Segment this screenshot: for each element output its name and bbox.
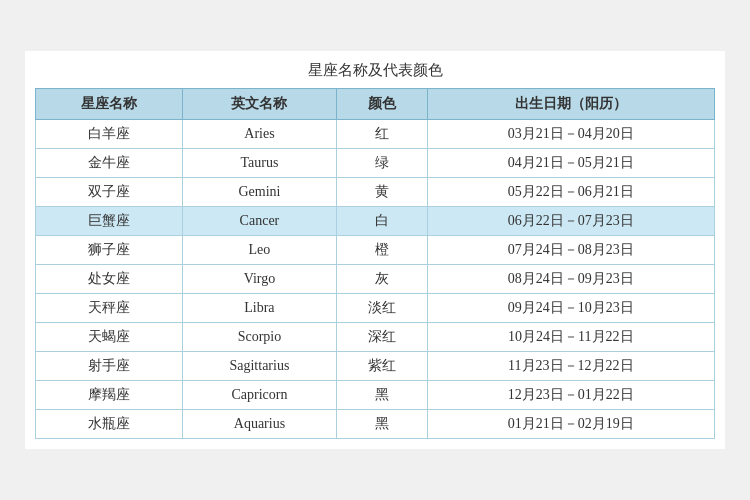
table-row: 射手座Sagittarius紫红11月23日－12月22日 — [36, 352, 715, 381]
cell-english: Aries — [182, 120, 337, 149]
cell-english: Aquarius — [182, 410, 337, 439]
cell-chinese: 摩羯座 — [36, 381, 183, 410]
main-container: 星座名称及代表颜色 星座名称 英文名称 颜色 出生日期（阳历） 白羊座Aries… — [25, 51, 725, 449]
table-row: 金牛座Taurus绿04月21日－05月21日 — [36, 149, 715, 178]
cell-chinese: 射手座 — [36, 352, 183, 381]
cell-dates: 12月23日－01月22日 — [427, 381, 714, 410]
cell-color: 红 — [337, 120, 427, 149]
table-row: 狮子座Leo橙07月24日－08月23日 — [36, 236, 715, 265]
cell-english: Sagittarius — [182, 352, 337, 381]
cell-english: Cancer — [182, 207, 337, 236]
col-header-color: 颜色 — [337, 89, 427, 120]
table-row: 白羊座Aries红03月21日－04月20日 — [36, 120, 715, 149]
table-row: 处女座Virgo灰08月24日－09月23日 — [36, 265, 715, 294]
cell-dates: 06月22日－07月23日 — [427, 207, 714, 236]
cell-chinese: 双子座 — [36, 178, 183, 207]
cell-color: 黑 — [337, 381, 427, 410]
cell-english: Taurus — [182, 149, 337, 178]
table-header-row: 星座名称 英文名称 颜色 出生日期（阳历） — [36, 89, 715, 120]
cell-dates: 07月24日－08月23日 — [427, 236, 714, 265]
cell-color: 白 — [337, 207, 427, 236]
col-header-english: 英文名称 — [182, 89, 337, 120]
cell-color: 绿 — [337, 149, 427, 178]
cell-english: Capricorn — [182, 381, 337, 410]
cell-color: 黄 — [337, 178, 427, 207]
cell-chinese: 处女座 — [36, 265, 183, 294]
cell-dates: 10月24日－11月22日 — [427, 323, 714, 352]
cell-color: 淡红 — [337, 294, 427, 323]
cell-color: 灰 — [337, 265, 427, 294]
table-row: 天秤座Libra淡红09月24日－10月23日 — [36, 294, 715, 323]
table-row: 巨蟹座Cancer白06月22日－07月23日 — [36, 207, 715, 236]
cell-chinese: 白羊座 — [36, 120, 183, 149]
cell-english: Gemini — [182, 178, 337, 207]
page-title: 星座名称及代表颜色 — [35, 61, 715, 80]
table-row: 水瓶座Aquarius黑01月21日－02月19日 — [36, 410, 715, 439]
cell-chinese: 巨蟹座 — [36, 207, 183, 236]
cell-english: Leo — [182, 236, 337, 265]
cell-chinese: 天蝎座 — [36, 323, 183, 352]
cell-chinese: 水瓶座 — [36, 410, 183, 439]
col-header-chinese: 星座名称 — [36, 89, 183, 120]
cell-dates: 08月24日－09月23日 — [427, 265, 714, 294]
table-row: 摩羯座Capricorn黑12月23日－01月22日 — [36, 381, 715, 410]
cell-dates: 01月21日－02月19日 — [427, 410, 714, 439]
col-header-dates: 出生日期（阳历） — [427, 89, 714, 120]
cell-dates: 04月21日－05月21日 — [427, 149, 714, 178]
cell-color: 深红 — [337, 323, 427, 352]
cell-chinese: 狮子座 — [36, 236, 183, 265]
table-row: 天蝎座Scorpio深红10月24日－11月22日 — [36, 323, 715, 352]
cell-color: 黑 — [337, 410, 427, 439]
cell-dates: 11月23日－12月22日 — [427, 352, 714, 381]
cell-english: Scorpio — [182, 323, 337, 352]
cell-dates: 09月24日－10月23日 — [427, 294, 714, 323]
cell-chinese: 天秤座 — [36, 294, 183, 323]
cell-english: Virgo — [182, 265, 337, 294]
cell-chinese: 金牛座 — [36, 149, 183, 178]
cell-dates: 05月22日－06月21日 — [427, 178, 714, 207]
table-row: 双子座Gemini黄05月22日－06月21日 — [36, 178, 715, 207]
cell-english: Libra — [182, 294, 337, 323]
zodiac-table: 星座名称 英文名称 颜色 出生日期（阳历） 白羊座Aries红03月21日－04… — [35, 88, 715, 439]
cell-color: 橙 — [337, 236, 427, 265]
cell-dates: 03月21日－04月20日 — [427, 120, 714, 149]
cell-color: 紫红 — [337, 352, 427, 381]
